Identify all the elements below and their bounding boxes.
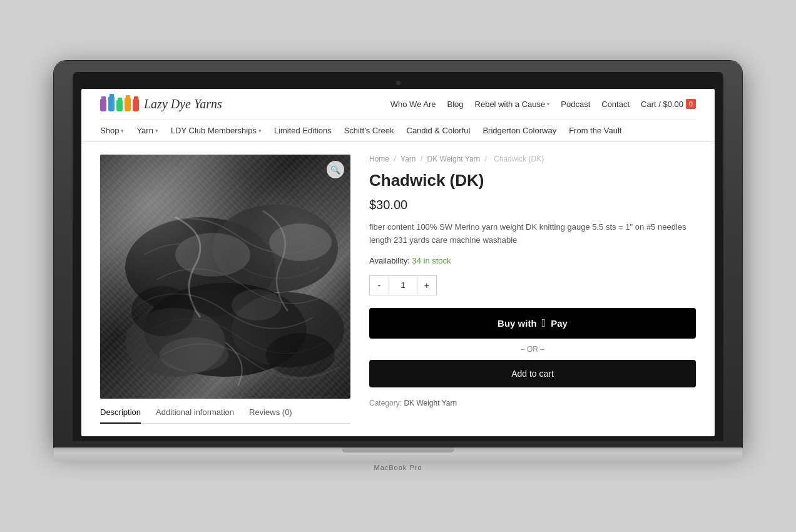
top-nav: Lazy Dye Yarns Who We Are Blog Rebel wit… <box>100 89 696 119</box>
svg-point-10 <box>266 333 335 377</box>
quantity-controls: - + <box>369 275 696 295</box>
nav-candid-colorful[interactable]: Candid & Colorful <box>407 126 471 135</box>
logo[interactable]: Lazy Dye Yarns <box>100 96 222 111</box>
zoom-button[interactable]: 🔍 <box>327 161 344 178</box>
logo-text: Lazy Dye Yarns <box>144 97 222 111</box>
svg-point-3 <box>125 308 225 377</box>
bottle-purple <box>100 99 106 111</box>
ldy-arrow-icon: ▾ <box>258 128 262 134</box>
category-value[interactable]: DK Weight Yarn <box>404 399 457 407</box>
tab-description[interactable]: Description <box>100 407 141 424</box>
nav-ldy-club-label[interactable]: LDY Club Memberships <box>171 126 257 135</box>
site-header: Lazy Dye Yarns Who We Are Blog Rebel wit… <box>81 89 715 142</box>
svg-point-6 <box>269 223 332 261</box>
buy-apple-pay-button[interactable]: Buy with  Pay <box>369 308 696 339</box>
cart-badge: 0 <box>686 99 696 109</box>
secondary-nav: Shop ▾ Yarn ▾ LDY Club Memberships ▾ Lim… <box>100 119 696 141</box>
breadcrumb-sep-3: / <box>485 155 489 163</box>
tab-nav: Description Additional information Revie… <box>100 407 350 424</box>
tab-additional-info[interactable]: Additional information <box>156 407 234 421</box>
quantity-increase-button[interactable]: + <box>417 275 437 295</box>
breadcrumb: Home / Yarn / DK Weight Yarn / Chadwick … <box>369 155 696 163</box>
category-info: Category: DK Weight Yarn <box>369 399 696 407</box>
bottle-red <box>133 99 139 111</box>
svg-point-9 <box>131 286 194 336</box>
product-image-area: 🔍 Description Additional information Rev… <box>100 155 350 424</box>
bottle-orange <box>125 98 131 111</box>
quantity-decrease-button[interactable]: - <box>369 275 389 295</box>
nav-shop-label[interactable]: Shop <box>100 126 119 135</box>
product-info: Home / Yarn / DK Weight Yarn / Chadwick … <box>369 155 696 424</box>
cart-count: 0 <box>689 101 693 108</box>
nav-blog[interactable]: Blog <box>447 100 464 109</box>
product-page: 🔍 Description Additional information Rev… <box>81 142 715 436</box>
breadcrumb-sep-2: / <box>421 155 425 163</box>
breadcrumb-home[interactable]: Home <box>369 155 389 163</box>
tab-reviews[interactable]: Reviews (0) <box>249 407 292 421</box>
product-price: $30.00 <box>369 198 696 212</box>
macbook-label: MacBook Pro <box>54 464 742 471</box>
breadcrumb-yarn[interactable]: Yarn <box>401 155 416 163</box>
rebel-dropdown-icon: ▾ <box>547 101 549 107</box>
svg-point-1 <box>213 205 338 292</box>
nav-bridgerton[interactable]: Bridgerton Colorway <box>482 126 556 135</box>
add-to-cart-button[interactable]: Add to cart <box>369 360 696 387</box>
nav-yarn[interactable]: Yarn ▾ <box>136 126 158 135</box>
category-label: Category: <box>369 399 402 407</box>
svg-point-7 <box>160 337 228 372</box>
laptop-base <box>54 448 742 461</box>
nav-ldy-club[interactable]: LDY Club Memberships ▾ <box>171 126 262 135</box>
svg-point-5 <box>175 233 250 277</box>
availability-label: Availability: <box>369 256 410 265</box>
browser-screen: Lazy Dye Yarns Who We Are Blog Rebel wit… <box>81 89 715 436</box>
nav-from-vault[interactable]: From the Vault <box>569 126 621 135</box>
svg-point-4 <box>232 292 344 367</box>
main-nav: Who We Are Blog Rebel with a Cause ▾ Pod… <box>390 99 696 109</box>
nav-who-we-are[interactable]: Who We Are <box>390 100 436 109</box>
or-divider: – OR – <box>369 345 696 354</box>
nav-limited-editions[interactable]: Limited Editions <box>274 126 332 135</box>
yarn-svg <box>100 155 350 399</box>
logo-bottles <box>100 96 139 111</box>
nav-contact[interactable]: Contact <box>601 100 630 109</box>
breadcrumb-sep-1: / <box>394 155 398 163</box>
nav-rebel-label[interactable]: Rebel with a Cause <box>475 100 546 109</box>
breadcrumb-dk-weight[interactable]: DK Weight Yarn <box>427 155 481 163</box>
bottle-blue <box>108 96 115 111</box>
cart-label: Cart / $0.00 <box>641 100 683 109</box>
svg-point-0 <box>125 217 275 317</box>
svg-point-2 <box>144 283 307 377</box>
nav-podcast[interactable]: Podcast <box>561 100 590 109</box>
availability-value: 34 in stock <box>412 256 451 265</box>
product-image <box>100 155 350 399</box>
nav-yarn-label[interactable]: Yarn <box>136 126 153 135</box>
product-title: Chadwick (DK) <box>369 171 696 190</box>
shop-arrow-icon: ▾ <box>121 128 124 134</box>
availability: Availability: 34 in stock <box>369 256 696 265</box>
bottle-green <box>116 100 123 111</box>
svg-point-8 <box>232 289 282 320</box>
yarn-arrow-icon: ▾ <box>155 128 158 134</box>
product-description: fiber content 100% SW Merino yarn weight… <box>369 221 696 247</box>
nav-schitts-creek[interactable]: Schitt's Creek <box>344 126 394 135</box>
quantity-input[interactable] <box>389 275 417 295</box>
nav-rebel-with-cause[interactable]: Rebel with a Cause ▾ <box>475 100 550 109</box>
cart-button[interactable]: Cart / $0.00 0 <box>641 99 696 109</box>
nav-shop[interactable]: Shop ▾ <box>100 126 124 135</box>
breadcrumb-current: Chadwick (DK) <box>494 155 544 163</box>
camera <box>396 81 401 85</box>
